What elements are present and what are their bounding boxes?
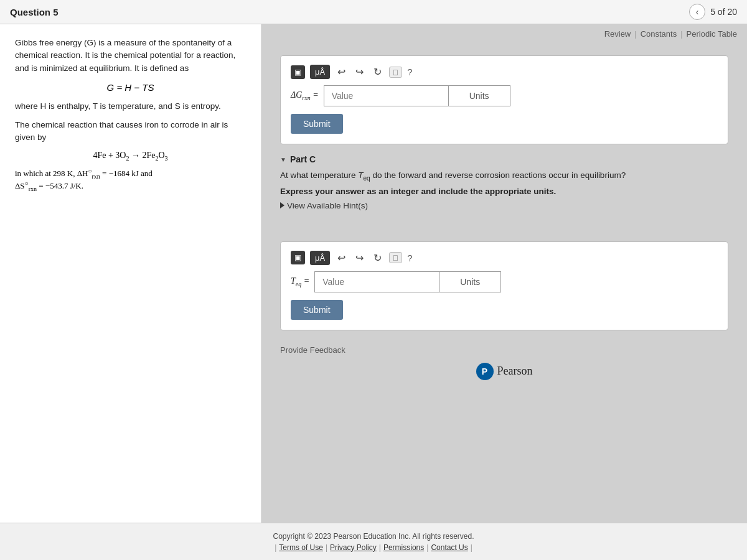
feedback-link[interactable]: Provide Feedback <box>280 345 345 355</box>
part-c-instruction: Express your answer as an integer and in… <box>280 187 728 196</box>
part-c-units-box[interactable]: Units <box>439 271 501 292</box>
main-content: Gibbs free energy (G) is a measure of th… <box>0 24 747 523</box>
redo-icon[interactable]: ↪ <box>353 65 366 79</box>
hint-link[interactable]: View Available Hint(s) <box>280 201 728 210</box>
part-b-answer-section: ▣ μÅ ↩ ↪ ↻ ⎕ ? ΔGrxn = Units Submit <box>280 55 728 144</box>
part-c-undo-icon[interactable]: ↩ <box>335 251 348 265</box>
gibbs-equation: G = H − TS <box>15 82 246 93</box>
question-label: Question 5 <box>10 7 59 17</box>
part-c-header: ▼ Part C <box>280 154 728 164</box>
review-link[interactable]: Review <box>604 29 631 39</box>
periodic-table-link[interactable]: Periodic Table <box>687 29 737 39</box>
nav-back-button[interactable]: ‹ <box>689 4 705 20</box>
part-b-units-box[interactable]: Units <box>448 85 510 106</box>
part-c-help-icon[interactable]: ? <box>407 253 412 263</box>
pearson-letter: P <box>482 366 487 376</box>
refresh-icon[interactable]: ↻ <box>371 65 384 79</box>
pearson-name: Pearson <box>497 365 533 378</box>
triangle-icon: ▼ <box>280 156 286 163</box>
copyright-notice: Copyright © 2023 Pearson Education Inc. … <box>273 532 474 541</box>
part-b-eq-label: ΔGrxn = <box>291 90 319 101</box>
permissions-link[interactable]: Permissions <box>383 543 424 552</box>
nav-area: ‹ 5 of 20 <box>689 4 737 20</box>
part-c-eq-label: Teq = <box>291 276 309 287</box>
copyright-text: Copyright © 2023 Pearson Education Inc. … <box>273 532 474 541</box>
part-c-answer-section: ▣ μÅ ↩ ↪ ↻ ⎕ ? Teq = Units Submit <box>280 241 728 330</box>
part-b-value-input[interactable] <box>324 85 448 106</box>
conditions-text: in which at 298 K, ΔH○rxn = −1684 kJ and… <box>15 167 246 192</box>
intro-text: Gibbs free energy (G) is a measure of th… <box>15 37 246 75</box>
part-c-refresh-icon[interactable]: ↻ <box>371 251 384 265</box>
pearson-logo: P Pearson <box>280 363 728 380</box>
top-bar: Question 5 ‹ 5 of 20 <box>0 0 747 24</box>
top-links-bar: Review | Constants | Periodic Table <box>604 29 737 39</box>
part-c-section: ▼ Part C At what temperature Teq do the … <box>280 154 728 380</box>
hint-arrow-icon <box>280 202 284 208</box>
hint-text[interactable]: View Available Hint(s) <box>287 201 368 210</box>
part-b-toolbar: ▣ μÅ ↩ ↪ ↻ ⎕ ? <box>291 65 718 79</box>
keyboard-button[interactable]: ⎕ <box>389 67 402 78</box>
privacy-link[interactable]: Privacy Policy <box>330 543 377 552</box>
bottom-bar: Copyright © 2023 Pearson Education Inc. … <box>0 523 747 560</box>
part-c-question: At what temperature Teq do the forward a… <box>280 169 728 183</box>
part-c-input-row: Teq = Units <box>291 271 718 292</box>
part-c-label: Part C <box>290 154 316 164</box>
help-icon[interactable]: ? <box>407 67 412 77</box>
pearson-circle-icon: P <box>476 363 494 380</box>
constants-link[interactable]: Constants <box>641 29 677 39</box>
right-panel: Review | Constants | Periodic Table ▣ μÅ… <box>261 24 747 523</box>
part-c-keyboard-button[interactable]: ⎕ <box>389 252 402 263</box>
part-c-submit-button[interactable]: Submit <box>291 300 343 320</box>
reaction-intro: The chemical reaction that causes iron t… <box>15 119 246 144</box>
terms-link[interactable]: Terms of Use <box>279 543 323 552</box>
part-b-submit-button[interactable]: Submit <box>291 114 343 134</box>
contact-link[interactable]: Contact Us <box>431 543 467 552</box>
part-c-grid-button[interactable]: ▣ <box>291 251 305 264</box>
part-c-value-input[interactable] <box>314 271 439 292</box>
copyright-links: | Terms of Use | Privacy Policy | Permis… <box>275 543 472 552</box>
part-c-redo-icon[interactable]: ↪ <box>353 251 366 265</box>
grid-button[interactable]: ▣ <box>291 65 305 79</box>
part-c-toolbar: ▣ μÅ ↩ ↪ ↻ ⎕ ? <box>291 251 718 265</box>
page-count: 5 of 20 <box>710 7 737 17</box>
left-panel: Gibbs free energy (G) is a measure of th… <box>0 24 261 523</box>
undo-icon[interactable]: ↩ <box>335 65 348 79</box>
mu-button[interactable]: μÅ <box>310 65 330 79</box>
where-text: where H is enthalpy, T is temperature, a… <box>15 100 246 113</box>
part-b-input-row: ΔGrxn = Units <box>291 85 718 106</box>
chemical-reaction: 4Fe + 3O2 → 2Fe2O3 <box>15 151 246 162</box>
part-c-mu-button[interactable]: μÅ <box>310 251 330 265</box>
